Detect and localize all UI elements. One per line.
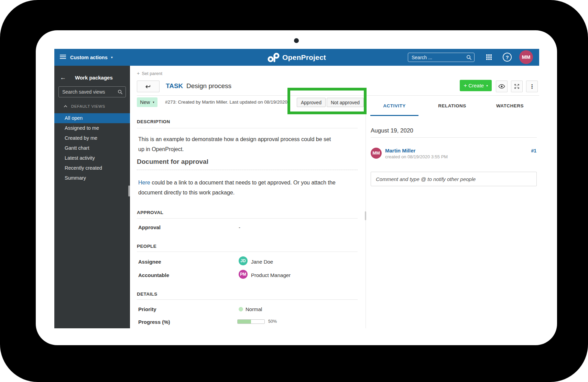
device-bezel: Custom actions ▾ OpenProject (36, 30, 557, 345)
app-window: Custom actions ▾ OpenProject (54, 49, 539, 328)
sidebar-item-gantt-chart[interactable]: Gantt chart (54, 143, 130, 153)
activity-entry-number[interactable]: #1 (531, 148, 536, 153)
divider (137, 299, 358, 300)
back-arrow-icon[interactable]: ← (60, 74, 66, 81)
approval-value[interactable]: - (239, 224, 240, 230)
priority-value[interactable]: Normal (246, 306, 262, 312)
assignee-avatar[interactable]: JD (239, 256, 248, 265)
priority-label: Priority (138, 306, 156, 312)
assignee-name[interactable]: Jane Doe (251, 259, 273, 265)
chevron-down-icon: ▾ (111, 55, 113, 59)
user-avatar[interactable]: MM (519, 50, 533, 64)
progress-label: Progress (%) (138, 319, 170, 325)
sidebar-items: All open Assigned to me Created by me Ga… (54, 113, 130, 183)
set-parent-label: Set parent (142, 71, 162, 76)
plus-icon: + (464, 82, 467, 89)
search-icon (118, 89, 123, 95)
accountable-name[interactable]: Product Manager (251, 272, 291, 278)
not-approved-button[interactable]: Not approved (327, 98, 364, 107)
search-icon (466, 55, 472, 60)
chevron-down-icon: ▾ (486, 84, 488, 87)
divider (371, 137, 537, 138)
work-package-title[interactable]: Design process (186, 82, 231, 90)
activity-date-header: August 19, 2020 (371, 127, 413, 134)
chevron-down-icon: ▾ (153, 100, 154, 104)
progress-bar[interactable] (237, 319, 265, 324)
details-heading: DETAILS (137, 291, 157, 297)
approval-heading: APPROVAL (137, 210, 163, 215)
sidebar-item-latest-activity[interactable]: Latest activity (54, 153, 130, 163)
create-label: Create (468, 83, 484, 88)
dotted-divider (137, 170, 358, 170)
device-frame: Custom actions ▾ OpenProject (0, 0, 588, 382)
custom-actions-label: Custom actions (70, 55, 108, 60)
approval-label: Approval (138, 224, 161, 230)
plus-icon: + (137, 71, 140, 76)
sidebar-scrollbar-thumb[interactable] (128, 185, 130, 197)
divider (137, 128, 358, 128)
document-link[interactable]: Here (138, 180, 150, 185)
tab-activity[interactable]: ACTIVITY (366, 95, 423, 116)
fullscreen-button[interactable] (511, 81, 523, 92)
status-dropdown[interactable]: New ▾ (137, 97, 157, 107)
description-text-2-rest: could be a link to a document that needs… (138, 180, 336, 195)
divider (137, 252, 358, 252)
custom-actions-menu[interactable]: Custom actions ▾ (70, 49, 113, 66)
approved-button[interactable]: Approved (297, 98, 326, 107)
activity-author-name[interactable]: Martin Miller (385, 148, 415, 153)
sidebar-item-recently-created[interactable]: Recently created (54, 163, 130, 173)
activity-author-avatar[interactable]: MM (371, 148, 382, 159)
work-package-meta: #273: Created by Martin Miller. Last upd… (165, 97, 288, 107)
openproject-logo: OpenProject (268, 49, 326, 66)
camera-dot (294, 38, 299, 43)
activity-entry-meta: created on 08/19/2020 3:55 PM (385, 154, 448, 159)
menu-icon[interactable] (60, 55, 66, 60)
accountable-avatar[interactable]: PM (239, 270, 248, 279)
openproject-logo-mark (268, 53, 280, 62)
sidebar-title: Work packages (75, 75, 113, 81)
global-search (408, 53, 475, 62)
description-text[interactable]: This is an example to demonstrate how a … (138, 134, 337, 154)
logo-text: OpenProject (282, 53, 326, 62)
default-views-label: DEFAULT VIEWS (71, 104, 105, 108)
work-package-type: TASK (166, 82, 183, 90)
progress-bar-fill (238, 320, 251, 323)
set-parent-link[interactable]: +Set parent (137, 71, 162, 76)
expand-icon (514, 84, 520, 89)
description-heading: DESCRIPTION (137, 119, 170, 124)
arrow-back-icon (145, 84, 152, 89)
sidebar-item-created-by-me[interactable]: Created by me (54, 133, 130, 143)
eye-icon (498, 84, 505, 89)
divider (137, 218, 358, 219)
kebab-icon: ⋮ (529, 83, 535, 90)
chevron-up-icon (64, 105, 67, 109)
description-subheading: Document for approval (137, 158, 208, 166)
progress-value: 50% (268, 319, 277, 324)
people-heading: PEOPLE (137, 244, 156, 249)
sidebar-item-summary[interactable]: Summary (54, 173, 130, 183)
top-header: Custom actions ▾ OpenProject (54, 49, 539, 66)
assignee-label: Assignee (138, 259, 161, 265)
priority-dot-icon (239, 307, 243, 311)
back-to-list-button[interactable] (137, 81, 160, 92)
watch-button[interactable] (496, 81, 508, 92)
description-text-2[interactable]: Here could be a link to a document that … (138, 178, 358, 198)
saved-views-search (58, 86, 126, 97)
tab-watchers[interactable]: WATCHERS (481, 95, 539, 116)
comment-box (371, 172, 537, 186)
detail-tabs: ACTIVITY RELATIONS WATCHERS (366, 95, 539, 116)
global-search-input[interactable] (408, 53, 474, 62)
panel-scrollbar-thumb[interactable] (365, 211, 366, 220)
default-views-section[interactable]: DEFAULT VIEWS (54, 104, 105, 108)
apps-grid-icon[interactable] (486, 54, 492, 60)
accountable-label: Accountable (138, 272, 169, 278)
more-actions-button[interactable]: ⋮ (526, 81, 538, 92)
sidebar-header: ← Work packages (54, 66, 130, 81)
saved-views-search-input[interactable] (59, 87, 126, 97)
tab-relations[interactable]: RELATIONS (423, 95, 481, 116)
sidebar-item-all-open[interactable]: All open (54, 113, 130, 123)
create-button[interactable]: + Create ▾ (460, 80, 492, 91)
help-icon[interactable]: ? (503, 53, 512, 62)
sidebar-item-assigned-to-me[interactable]: Assigned to me (54, 123, 130, 133)
comment-input[interactable] (371, 172, 536, 186)
